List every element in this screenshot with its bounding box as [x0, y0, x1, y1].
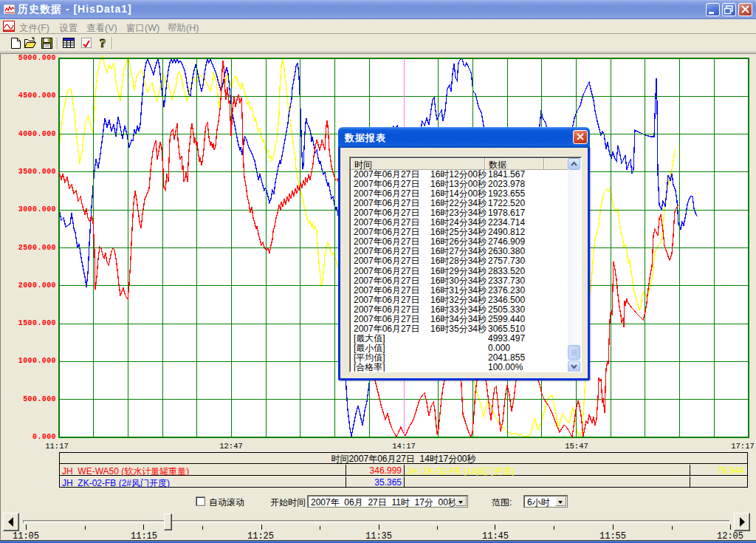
svg-text:?: ?	[100, 36, 106, 50]
